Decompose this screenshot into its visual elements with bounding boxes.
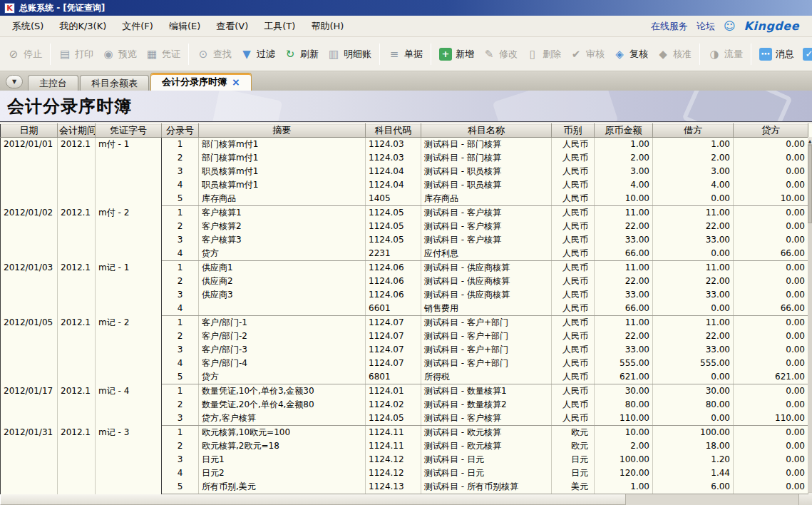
cell-currency: 美元	[552, 480, 595, 494]
menu-view[interactable]: 查看(V)	[208, 16, 256, 36]
tab-journal[interactable]: 会计分录序时簿×	[150, 73, 252, 91]
cell-original_amount: 11.00	[595, 316, 653, 330]
vscroll-thumb[interactable]	[808, 145, 812, 223]
col-header-account_code[interactable]: 科目代码	[366, 124, 421, 138]
cell-account_name: 测试科目 - 部门核算	[421, 138, 552, 152]
cell-summary: 客户/部门-1	[199, 316, 366, 330]
cell-voucher: m付 - 1	[96, 138, 162, 206]
menu-file[interactable]: 文件(F)	[114, 16, 161, 36]
col-header-summary[interactable]: 摘要	[199, 124, 366, 138]
cell-currency: 人民币	[552, 343, 595, 357]
tab-close-icon[interactable]: ×	[232, 77, 240, 87]
cell-summary: 客户/部门-4	[199, 357, 366, 370]
menu-my-k3[interactable]: 我的K/3(K)	[51, 16, 114, 36]
find-label: 查找	[213, 48, 232, 61]
cell-account_code: 1124.12	[366, 453, 421, 466]
app-window: K 总账系统 - [凭证查询] 系统(S)我的K/3(K)文件(F)编辑(E)查…	[0, 0, 812, 505]
sms-button[interactable]: ✓短信	[798, 44, 812, 65]
col-header-credit[interactable]: 贷方	[734, 124, 808, 138]
message-icon: ⋯	[759, 48, 772, 61]
cell-currency: 人民币	[552, 138, 595, 152]
menu-tools[interactable]: 工具(T)	[256, 16, 303, 36]
filter-icon: ▼	[240, 48, 253, 61]
scroll-up-icon[interactable]: ▲	[808, 137, 812, 145]
cell-account_code: 1124.11	[366, 426, 421, 440]
cell-account_code: 1124.07	[366, 357, 421, 370]
cell-summary: 库存商品	[199, 192, 366, 206]
col-header-voucher[interactable]: 凭证字号	[96, 124, 162, 138]
cell-original_amount: 110.00	[595, 412, 653, 426]
refresh-button[interactable]: ↻刷新	[279, 44, 323, 65]
filter-button[interactable]: ▼过滤	[236, 44, 279, 65]
cell-currency: 人民币	[552, 247, 595, 261]
menu-system[interactable]: 系统(S)	[4, 16, 51, 36]
col-header-account_name[interactable]: 科目名称	[421, 124, 552, 138]
col-header-original_amount[interactable]: 原币金额	[595, 124, 653, 138]
banner-decoration	[210, 91, 283, 122]
cell-debit: 0.00	[653, 412, 734, 426]
journal-grid-area: 日期会计期间凭证字号分录号摘要科目代码科目名称币别原币金额借方贷方2012/01…	[0, 123, 812, 492]
cell-credit: 0.00	[734, 275, 808, 288]
cell-account_name: 测试科目 - 数量核算1	[421, 384, 552, 399]
cell-original_amount: 555.00	[595, 357, 653, 370]
find-icon: ⊙	[197, 48, 210, 61]
refresh-icon: ↻	[284, 48, 297, 61]
tab-list-dropdown-icon[interactable]: ▼	[6, 75, 23, 88]
vertical-scrollbar[interactable]: ▲	[808, 137, 812, 492]
cell-original_amount: 2.00	[595, 439, 653, 453]
cell-credit: 0.00	[734, 398, 808, 412]
toolbar-separator	[431, 44, 431, 65]
find-button: ⊙查找	[192, 44, 236, 65]
cell-account_name: 测试科目 - 供应商核算	[421, 275, 552, 288]
title-bar: K 总账系统 - [凭证查询]	[0, 0, 812, 16]
col-header-entry_no[interactable]: 分录号	[162, 124, 199, 138]
cell-account_name: 库存商品	[421, 192, 552, 206]
tab-label: 会计分录序时簿	[162, 76, 227, 88]
table-row[interactable]: 2012/01/172012.1m记 - 41数量凭证,10个,单价3,金额30…	[1, 384, 808, 399]
table-row[interactable]: 2012/01/032012.1m记 - 11供应商11124.06测试科目 -…	[1, 261, 808, 275]
col-header-currency[interactable]: 币别	[552, 124, 595, 138]
message-button[interactable]: ⋯消息	[755, 44, 798, 65]
menu-edit[interactable]: 编辑(E)	[161, 16, 208, 36]
online-service-link[interactable]: 在线服务	[651, 20, 688, 33]
cell-credit: 10.00	[734, 192, 808, 206]
cell-credit: 0.00	[734, 165, 808, 178]
cell-entry_no: 1	[162, 138, 199, 152]
cell-account_code: 1124.07	[366, 343, 421, 357]
table-row[interactable]: 2012/01/022012.1m付 - 21客户核算11124.05测试科目 …	[1, 206, 808, 220]
menu-help[interactable]: 帮助(H)	[303, 16, 351, 36]
hscroll-thumb[interactable]	[0, 493, 626, 505]
cell-account_name: 测试科目 - 客户核算	[421, 206, 552, 220]
cell-account_name: 所得税	[421, 370, 552, 384]
refresh-label: 刷新	[300, 48, 319, 61]
col-header-period[interactable]: 会计期间	[58, 124, 96, 138]
smiley-icon[interactable]: ☺	[724, 21, 736, 32]
cell-credit: 0.00	[734, 288, 808, 302]
cell-entry_no: 2	[162, 330, 199, 343]
add-icon: +	[439, 48, 452, 61]
cell-account_name: 测试科目 - 所有币别核算	[421, 480, 552, 494]
modify-button: ✎修改	[478, 44, 522, 65]
cell-voucher: m付 - 2	[96, 206, 162, 261]
forum-link[interactable]: 论坛	[697, 20, 715, 33]
review-button[interactable]: ◈复核	[609, 44, 652, 65]
tab-subject-balance[interactable]: 科目余额表	[80, 75, 149, 91]
tab-bar: ▼ 主控台科目余额表会计分录序时簿×	[0, 71, 812, 91]
cell-summary: 客户核算1	[199, 206, 366, 220]
table-row[interactable]: 2012/01/012012.1m付 - 11部门核算m付11124.03测试科…	[1, 138, 808, 152]
cell-voucher: m记 - 4	[96, 384, 162, 426]
cell-entry_no: 1	[162, 384, 199, 399]
tab-main-console[interactable]: 主控台	[28, 75, 78, 91]
hscroll-track[interactable]	[626, 493, 798, 505]
cell-account_code: 1124.07	[366, 316, 421, 330]
cell-debit: 555.00	[653, 357, 734, 370]
detail-ledger-button[interactable]: ▥明细账	[323, 44, 376, 65]
document-button[interactable]: ≡单据	[384, 44, 427, 65]
table-row[interactable]: 2012/01/312012.1m记 - 31欧元核算,10欧元=1001124…	[1, 426, 808, 440]
table-row[interactable]: 2012/01/052012.1m记 - 21客户/部门-11124.07测试科…	[1, 316, 808, 330]
col-header-date[interactable]: 日期	[1, 124, 58, 138]
cell-summary: 客户核算3	[199, 233, 366, 247]
col-header-debit[interactable]: 借方	[653, 124, 734, 138]
cell-account_code: 1124.04	[366, 178, 421, 192]
add-button[interactable]: +新增	[435, 44, 478, 65]
